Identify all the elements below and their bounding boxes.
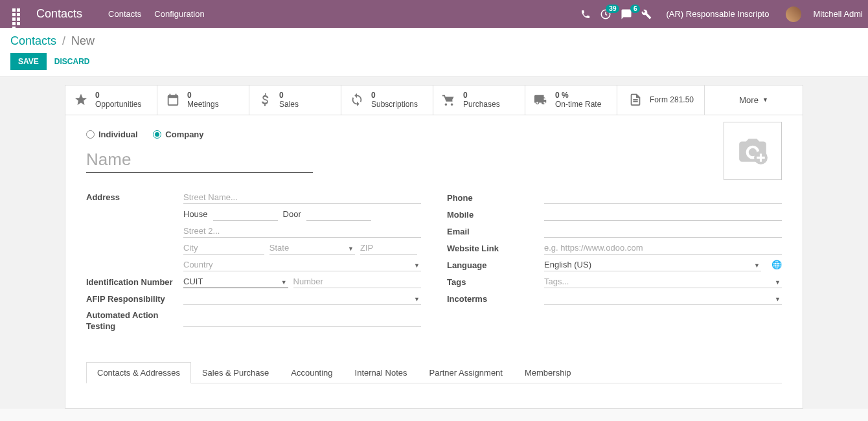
breadcrumb: Contacts / New: [10, 34, 858, 48]
stat-more-button[interactable]: More ▼: [705, 85, 803, 115]
nav-contacts[interactable]: Contacts: [108, 9, 141, 19]
messages-icon[interactable]: 6: [621, 8, 632, 20]
tab-membership[interactable]: Membership: [514, 362, 582, 383]
tags-select[interactable]: [544, 275, 782, 288]
label-afip: AFIP Responsibility: [86, 293, 183, 304]
main-navbar: Contacts Contacts Configuration 39 6 (AR…: [0, 0, 868, 28]
refresh-icon: [349, 92, 365, 108]
globe-icon[interactable]: 🌐: [771, 260, 782, 269]
stat-opportunities[interactable]: 0Opportunities: [65, 85, 157, 115]
label-email: Email: [447, 225, 544, 236]
radio-individual[interactable]: Individual: [86, 130, 138, 139]
label-tags: Tags: [447, 276, 544, 287]
user-name[interactable]: Mitchell Admi: [813, 9, 863, 19]
mobile-input[interactable]: [544, 208, 782, 221]
document-icon: [628, 92, 643, 108]
truck-icon: [533, 92, 549, 108]
label-automated: Automated Action Testing: [86, 309, 183, 332]
activity-icon[interactable]: 39: [600, 8, 611, 20]
user-avatar[interactable]: [786, 6, 801, 22]
company-type-radio-group: Individual Company: [86, 130, 782, 139]
street2-input[interactable]: [183, 225, 421, 238]
phone-input[interactable]: [544, 191, 782, 204]
ident-number-input[interactable]: [293, 275, 421, 288]
app-brand[interactable]: Contacts: [36, 7, 82, 21]
breadcrumb-current: New: [71, 34, 95, 47]
stat-subscriptions[interactable]: 0Subscriptions: [341, 85, 433, 115]
afip-select[interactable]: [183, 292, 421, 305]
label-ident-number: Identification Number: [86, 276, 183, 287]
door-input[interactable]: [306, 208, 371, 221]
zip-input[interactable]: [360, 242, 417, 255]
breadcrumb-root[interactable]: Contacts: [10, 34, 56, 47]
systray: 39 6 (AR) Responsable Inscripto Mitchell…: [580, 6, 863, 22]
label-address: Address: [86, 191, 183, 202]
label-mobile: Mobile: [447, 209, 544, 220]
language-select[interactable]: [544, 258, 761, 271]
phone-icon[interactable]: [580, 9, 591, 19]
state-select[interactable]: [269, 242, 355, 255]
activity-count-badge: 39: [606, 5, 619, 13]
discard-button[interactable]: DISCARD: [54, 57, 90, 66]
message-count-badge: 6: [630, 5, 641, 13]
label-phone: Phone: [447, 192, 544, 203]
stat-ontime-rate[interactable]: 0 %On-time Rate: [525, 85, 617, 115]
debug-icon[interactable]: [641, 9, 652, 19]
cart-icon: [441, 92, 457, 108]
nav-configuration[interactable]: Configuration: [154, 9, 204, 19]
incoterms-select[interactable]: [544, 292, 782, 305]
label-house: House: [183, 209, 208, 219]
city-input[interactable]: [183, 242, 264, 255]
tab-sales-purchase[interactable]: Sales & Purchase: [191, 362, 280, 383]
house-input[interactable]: [213, 208, 278, 221]
street-input[interactable]: [183, 191, 421, 204]
tab-accounting[interactable]: Accounting: [280, 362, 343, 383]
save-button[interactable]: SAVE: [10, 53, 47, 70]
stat-sales[interactable]: 0Sales: [249, 85, 341, 115]
tab-contacts-addresses[interactable]: Contacts & Addresses: [86, 362, 191, 383]
form-sheet: 0Opportunities 0Meetings 0Sales 0Subscri…: [65, 85, 803, 409]
tab-partner-assignment[interactable]: Partner Assignment: [418, 362, 514, 383]
label-language: Language: [447, 259, 544, 270]
stat-purchases[interactable]: 0Purchases: [433, 85, 525, 115]
name-input[interactable]: [86, 147, 313, 173]
chevron-down-icon: ▼: [762, 97, 768, 103]
company-switch[interactable]: (AR) Responsable Inscripto: [666, 9, 769, 19]
image-upload[interactable]: [724, 122, 782, 180]
stat-form-281[interactable]: Form 281.50: [617, 85, 705, 115]
dollar-icon: [257, 92, 273, 108]
calendar-icon: [165, 92, 181, 108]
website-input[interactable]: [544, 242, 782, 255]
automated-input[interactable]: [183, 314, 421, 327]
country-select[interactable]: [183, 258, 421, 271]
control-panel: Contacts / New SAVE DISCARD: [0, 28, 868, 77]
star-icon: [73, 92, 89, 108]
stat-button-bar: 0Opportunities 0Meetings 0Sales 0Subscri…: [65, 85, 803, 115]
label-website: Website Link: [447, 242, 544, 253]
stat-meetings[interactable]: 0Meetings: [157, 85, 249, 115]
label-door: Door: [283, 209, 301, 219]
label-incoterms: Incoterms: [447, 293, 544, 304]
radio-company[interactable]: Company: [153, 130, 203, 139]
tab-internal-notes[interactable]: Internal Notes: [344, 362, 418, 383]
email-input[interactable]: [544, 225, 782, 238]
ident-type-select[interactable]: [183, 275, 288, 288]
form-tabs: Contacts & Addresses Sales & Purchase Ac…: [86, 362, 782, 383]
apps-launcher-icon[interactable]: [10, 6, 26, 22]
